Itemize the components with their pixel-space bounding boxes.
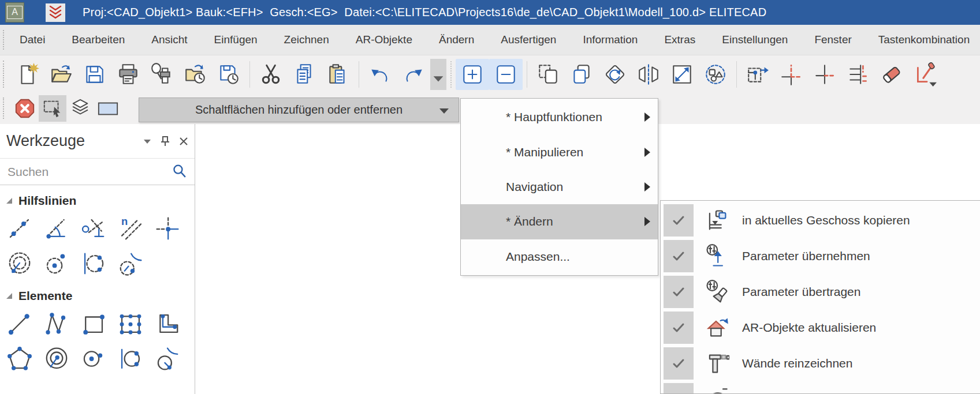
undo-button[interactable] [363, 59, 397, 90]
redo-button[interactable] [397, 59, 430, 90]
el-circle-pt-tool-button[interactable] [77, 343, 110, 374]
menu-zeichnen[interactable]: Zeichnen [271, 33, 342, 46]
copy-button[interactable] [288, 59, 321, 90]
scale-button[interactable] [665, 59, 699, 90]
menu-fenster[interactable]: Fenster [801, 33, 865, 46]
menu-datei[interactable]: Datei [6, 33, 58, 46]
el-line-tool-button[interactable] [3, 308, 36, 339]
menu-tastenkombination[interactable]: Tastenkombination [865, 33, 980, 46]
el-contour-tool-button[interactable] [151, 308, 184, 339]
save-history-button[interactable] [212, 59, 245, 90]
panel-dropdown-button[interactable] [143, 138, 152, 145]
panel-pin-button[interactable] [160, 136, 170, 147]
elitecad-window: A Proj:<CAD_Objekt1> Bauk:<EFH> Gesch:<E… [0, 0, 980, 394]
eraser-icon [880, 62, 904, 87]
paste-button[interactable] [321, 59, 355, 90]
print-button[interactable] [111, 59, 145, 90]
mirror-button[interactable] [632, 59, 665, 90]
submenu-arrow-icon [644, 182, 650, 192]
cut-button[interactable] [254, 59, 288, 90]
section-header-elemente[interactable]: Elemente [0, 280, 195, 305]
panel-close-button[interactable] [178, 136, 189, 147]
el-polyline-tool-button[interactable] [40, 308, 73, 339]
file-new-button[interactable] [11, 59, 44, 90]
popup-item-anpassen[interactable]: Anpassen... [461, 239, 658, 274]
submenu-row-in-aktuelles-geschoss-kopieren[interactable]: in aktuelles Geschoss kopieren [664, 204, 980, 237]
search-input[interactable]: Suchen [0, 158, 195, 185]
hl-circle-center-tool-button[interactable] [40, 248, 73, 279]
el-arc-tool-button[interactable] [151, 343, 184, 374]
folder-open-button[interactable] [44, 59, 78, 90]
checkbox[interactable] [664, 312, 694, 344]
el-circle-line-tool-button[interactable] [114, 343, 147, 374]
rotate-button[interactable] [598, 59, 632, 90]
overflow-icon [426, 62, 450, 87]
stretch-button[interactable] [741, 59, 774, 90]
popup-item-navigation[interactable]: Navigation [461, 170, 658, 204]
ar-group-button[interactable] [699, 59, 732, 90]
hl-circles-tool-button[interactable] [3, 248, 36, 279]
menu-einstellungen[interactable]: Einstellungen [709, 33, 801, 46]
menu-einfügen[interactable]: Einfügen [201, 33, 271, 46]
el-rect-tool-button[interactable] [77, 308, 110, 339]
popup-item-hauptfunktionen[interactable]: * Hauptfunktionen [461, 100, 658, 134]
toolbar-grip[interactable] [3, 61, 6, 88]
zoom-out-button[interactable] [489, 59, 523, 90]
hl-circle-arc-tool-button[interactable] [114, 248, 147, 279]
menu-bearbeiten[interactable]: Bearbeiten [58, 33, 138, 46]
menu-ausfertigen[interactable]: Ausfertigen [487, 33, 569, 46]
el-rect-pts-tool-button[interactable] [114, 308, 147, 339]
popup-item-ändern[interactable]: * Ändern [461, 204, 658, 239]
submenu-row-parameter-übertragen[interactable]: Parameter übertragen [664, 276, 980, 308]
menu-ansicht[interactable]: Ansicht [138, 33, 200, 46]
popup-item-manipulieren[interactable]: * Manipulieren [461, 134, 658, 169]
eraser-button[interactable] [875, 59, 908, 90]
folder-history-button[interactable] [178, 59, 212, 90]
hl-line-tool-button[interactable] [3, 213, 36, 244]
duplicate-button[interactable] [565, 59, 598, 90]
toolbar-standard [0, 55, 980, 93]
menu-extras[interactable]: Extras [651, 33, 709, 46]
trim-multi-button[interactable] [841, 59, 875, 90]
chevron-down-icon [439, 108, 449, 114]
save-button[interactable] [78, 59, 111, 90]
hl-angle-tool-button[interactable] [40, 213, 73, 244]
checkbox[interactable] [664, 276, 694, 308]
el-polygon-tool-button[interactable] [3, 343, 36, 374]
menu-information[interactable]: Information [569, 33, 651, 46]
select-marquee-button[interactable] [39, 95, 66, 122]
section-header-hilfslinien[interactable]: Hilfslinien [0, 185, 195, 210]
checkbox[interactable] [664, 240, 694, 272]
print-preview-button[interactable] [145, 59, 178, 90]
modify-button[interactable] [908, 59, 942, 90]
checkbox[interactable] [664, 347, 694, 380]
add-remove-buttons-dropdown[interactable]: Schaltflächen hinzufügen oder entfernen [139, 97, 459, 122]
menu-ändern[interactable]: Ändern [426, 33, 487, 46]
submenu-row-wände-reinzeichnen[interactable]: Wände reinzeichnen [664, 347, 980, 380]
hl-cross-tool-button[interactable] [151, 213, 184, 244]
submenu-row-ar-objekte-aktualisieren[interactable]: AR-Objekte aktualisieren [664, 312, 980, 344]
submenu-row[interactable] [664, 383, 980, 394]
menu-ar-objekte[interactable]: AR-Objekte [342, 33, 426, 46]
trim-corner-button[interactable] [774, 59, 808, 90]
checkbox[interactable] [664, 204, 694, 237]
trim-cross-button[interactable] [808, 59, 841, 90]
move-copy-button[interactable] [531, 59, 565, 90]
el-circles-tool-button[interactable] [40, 343, 73, 374]
hl-perp-tool-button[interactable] [77, 213, 110, 244]
toolbar-separator [450, 61, 452, 88]
cancel-button[interactable] [11, 95, 39, 122]
checkbox[interactable] [664, 383, 694, 394]
submenu-item-label: in aktuelles Geschoss kopieren [742, 213, 910, 227]
popup-item-label: Anpassen... [506, 250, 570, 264]
hl-parallel-tool-button[interactable]: n [114, 213, 147, 244]
blue-rect-button[interactable] [94, 95, 122, 122]
toolbar-grip[interactable] [3, 97, 6, 119]
zoom-in-button[interactable] [456, 59, 489, 90]
search-icon[interactable] [171, 163, 187, 181]
overflow-button[interactable] [430, 59, 446, 90]
hl-circle-line-tool-button[interactable] [77, 248, 110, 279]
storey-copy-icon [704, 208, 729, 233]
submenu-row-parameter-übernehmen[interactable]: Parameter übernehmen [664, 240, 980, 272]
layers-button[interactable] [66, 95, 94, 122]
